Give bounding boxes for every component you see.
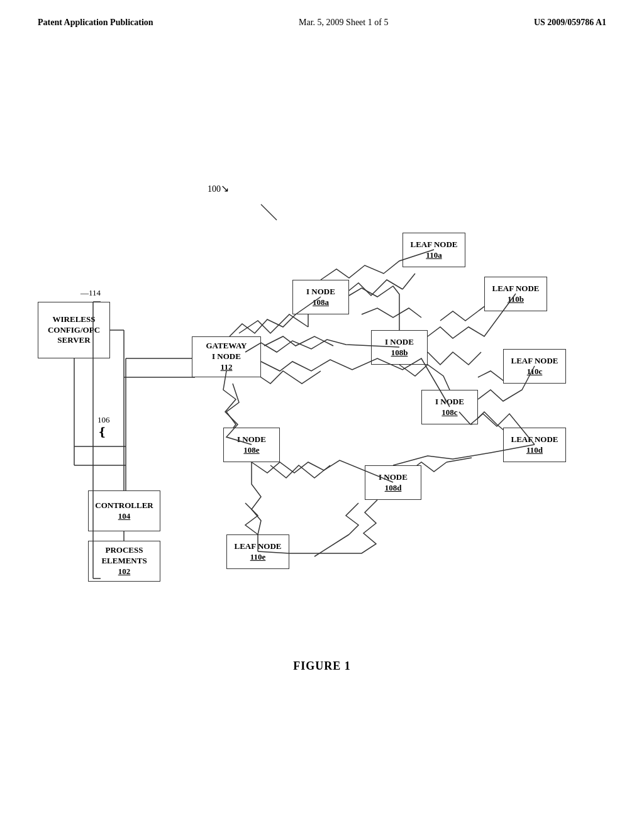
ref-106-label: 106❴ bbox=[97, 415, 110, 439]
leaf-110a-ref: 110a bbox=[426, 250, 441, 261]
inode-108e-label: I NODE bbox=[237, 434, 266, 445]
inode-108a-ref: 108a bbox=[313, 297, 329, 308]
leaf-110c-ref: 110c bbox=[527, 367, 543, 377]
ref-100-label: 100↘ bbox=[208, 182, 229, 194]
header-center: Mar. 5, 2009 Sheet 1 of 5 bbox=[299, 18, 388, 28]
inode-108a-label: I NODE bbox=[306, 287, 335, 297]
inode-108a-box: I NODE 108a bbox=[292, 280, 349, 314]
page-header: Patent Application Publication Mar. 5, 2… bbox=[0, 0, 644, 28]
inode-108d-box: I NODE 108d bbox=[365, 465, 421, 500]
inode-108c-box: I NODE 108c bbox=[421, 390, 478, 424]
diagram-svg bbox=[0, 50, 644, 742]
gateway-inode-ref: 112 bbox=[221, 362, 233, 373]
process-elements-ref: 102 bbox=[118, 567, 131, 577]
leaf-110a-box: LEAF NODE 110a bbox=[402, 233, 465, 267]
svg-line-13 bbox=[314, 534, 349, 556]
inode-108c-ref: 108c bbox=[441, 407, 457, 418]
controller-box: CONTROLLER 104 bbox=[88, 490, 160, 531]
header-right: US 2009/059786 A1 bbox=[534, 18, 606, 28]
inode-108c-label: I NODE bbox=[435, 397, 464, 407]
gateway-inode-box: GATEWAYI NODE 112 bbox=[192, 336, 261, 377]
header-left: Patent Application Publication bbox=[38, 18, 153, 28]
ref-114-label: ―114 bbox=[80, 288, 101, 298]
leaf-110d-label: LEAF NODE bbox=[511, 434, 558, 445]
leaf-110d-box: LEAF NODE 110d bbox=[503, 428, 566, 462]
inode-108d-label: I NODE bbox=[379, 472, 408, 483]
svg-line-8 bbox=[402, 274, 415, 289]
controller-label: CONTROLLER bbox=[95, 501, 153, 511]
leaf-110e-label: LEAF NODE bbox=[235, 541, 282, 552]
inode-108e-box: I NODE 108e bbox=[223, 428, 280, 462]
process-elements-box: PROCESSELEMENTS 102 bbox=[88, 541, 160, 582]
wireless-server-box: WIRELESSCONFIG/OPCSERVER bbox=[38, 302, 110, 358]
svg-line-12 bbox=[447, 458, 472, 462]
inode-108d-ref: 108d bbox=[385, 483, 402, 494]
leaf-110b-label: LEAF NODE bbox=[492, 284, 540, 294]
leaf-110b-ref: 110b bbox=[508, 294, 524, 305]
inode-108b-ref: 108b bbox=[391, 348, 408, 358]
leaf-110e-box: LEAF NODE 110e bbox=[226, 534, 289, 569]
figure-caption: FIGURE 1 bbox=[0, 660, 644, 673]
leaf-110c-box: LEAF NODE 110c bbox=[503, 349, 566, 384]
gateway-inode-label: GATEWAYI NODE bbox=[206, 341, 247, 362]
inode-108b-box: I NODE 108b bbox=[371, 330, 428, 365]
process-elements-label: PROCESSELEMENTS bbox=[101, 545, 147, 567]
controller-ref: 104 bbox=[118, 511, 131, 522]
leaf-110c-label: LEAF NODE bbox=[511, 356, 558, 367]
inode-108e-ref: 108e bbox=[243, 445, 259, 456]
leaf-110d-ref: 110d bbox=[526, 445, 543, 456]
leaf-110e-ref: 110e bbox=[250, 552, 266, 563]
inode-108b-label: I NODE bbox=[385, 337, 414, 348]
diagram-area: 100↘ 106❴ ―114 WIRELESSCONFIG/OPCSERVER … bbox=[0, 50, 644, 742]
leaf-110b-box: LEAF NODE 110b bbox=[484, 277, 547, 311]
wireless-server-label: WIRELESSCONFIG/OPCSERVER bbox=[48, 314, 100, 346]
leaf-110a-label: LEAF NODE bbox=[411, 240, 458, 250]
